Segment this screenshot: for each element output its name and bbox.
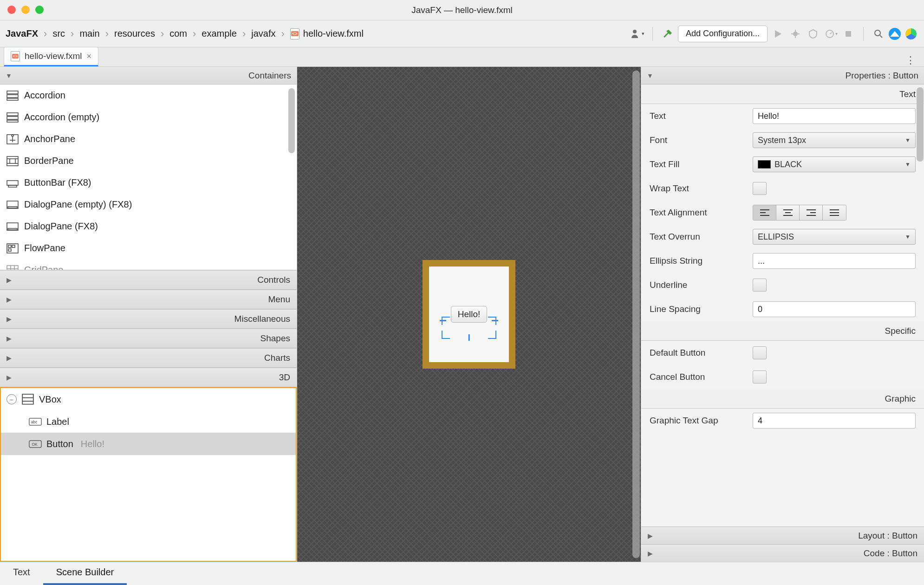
breadcrumb-project[interactable]: JavaFX — [6, 28, 38, 39]
prop-text-alignment: Text Alignment — [641, 201, 924, 225]
svg-rect-24 — [22, 394, 33, 404]
stop-icon[interactable] — [841, 26, 856, 41]
underline-checkbox[interactable] — [753, 279, 767, 292]
wrap-text-checkbox[interactable] — [753, 182, 767, 195]
zoom-window-icon[interactable] — [35, 6, 44, 14]
library-item-dialogpane[interactable]: DialogPane (FX8) — [0, 215, 297, 237]
selection-handle-icon[interactable] — [440, 320, 446, 321]
scrollbar-thumb[interactable] — [288, 88, 295, 153]
design-canvas[interactable]: Hello! — [297, 67, 641, 562]
svg-rect-16 — [8, 207, 17, 208]
selection-handle-icon[interactable] — [469, 334, 470, 341]
3d-section-header[interactable]: ▶3D — [0, 368, 297, 387]
align-right-button[interactable] — [800, 205, 823, 220]
layout-panel-header[interactable]: ▶Layout : Button — [641, 526, 924, 544]
menu-section-header[interactable]: ▶Menu — [0, 290, 297, 309]
breadcrumb-item[interactable]: com — [169, 28, 187, 39]
containers-section-header[interactable]: ▼ Containers — [0, 67, 297, 84]
main-toolbar: JavaFX› src› main› resources› com› examp… — [0, 20, 924, 47]
cancel-button-checkbox[interactable] — [753, 370, 767, 384]
tab-text-mode[interactable]: Text — [0, 561, 43, 585]
line-spacing-input[interactable] — [753, 301, 916, 317]
preview-root: Hello! — [423, 260, 515, 369]
controls-section-header[interactable]: ▶Controls — [0, 270, 297, 290]
run-play-icon[interactable] — [770, 26, 785, 41]
ellipsis-input[interactable] — [753, 253, 916, 269]
align-center-button[interactable] — [776, 205, 800, 220]
ide-logo-icon[interactable] — [904, 26, 918, 41]
text-input[interactable] — [753, 108, 916, 124]
coverage-icon[interactable] — [806, 26, 820, 41]
charts-section-header[interactable]: ▶Charts — [0, 348, 297, 368]
more-tabs-icon[interactable]: ⋮ — [897, 54, 924, 66]
editor-tab[interactable]: <> hello-view.fxml × — [4, 47, 98, 66]
font-dropdown[interactable]: System 13px▼ — [753, 132, 916, 148]
scrollbar-thumb[interactable] — [917, 87, 924, 162]
svg-rect-12 — [7, 156, 18, 166]
close-window-icon[interactable] — [7, 6, 16, 14]
library-item-buttonbar[interactable]: ButtonBar (FX8) — [0, 172, 297, 194]
properties-panel-header[interactable]: ▼ Properties : Button — [641, 67, 924, 84]
breadcrumb-file[interactable]: <>hello-view.fxml — [290, 28, 364, 39]
chevron-down-icon: ▼ — [6, 72, 12, 79]
shapes-section-header[interactable]: ▶Shapes — [0, 329, 297, 348]
library-item-dialogpane-empty[interactable]: DialogPane (empty) (FX8) — [0, 194, 297, 215]
prop-cancel-button: Cancel Button — [641, 365, 924, 389]
search-icon[interactable] — [871, 26, 886, 41]
graphic-gap-input[interactable] — [753, 413, 916, 429]
accordion-icon — [7, 91, 19, 101]
prop-underline: Underline — [641, 273, 924, 297]
user-icon[interactable]: ▾ — [630, 26, 645, 41]
update-icon[interactable] — [889, 28, 901, 40]
tab-scene-builder-mode[interactable]: Scene Builder — [43, 561, 127, 585]
selection-handle-icon[interactable] — [492, 320, 498, 321]
svg-point-1 — [793, 32, 798, 36]
hammer-build-icon[interactable] — [660, 26, 675, 41]
svg-rect-22 — [8, 249, 11, 251]
library-item-gridpane[interactable]: GridPane — [0, 259, 297, 270]
editor-tab-strip: <> hello-view.fxml × ⋮ — [0, 47, 924, 67]
tree-node-vbox[interactable]: – VBox — [1, 388, 296, 410]
align-left-button[interactable] — [753, 205, 776, 220]
profile-icon[interactable]: ▾ — [823, 26, 838, 41]
breadcrumb-item[interactable]: example — [202, 28, 237, 39]
svg-rect-15 — [7, 201, 18, 208]
text-overrun-dropdown[interactable]: ELLIPSIS▼ — [753, 229, 916, 245]
minimize-window-icon[interactable] — [21, 6, 30, 14]
misc-section-header[interactable]: ▶Miscellaneous — [0, 309, 297, 329]
svg-rect-5 — [7, 91, 18, 94]
preview-button[interactable]: Hello! — [451, 306, 488, 323]
code-panel-header[interactable]: ▶Code : Button — [641, 544, 924, 562]
library-item-flowpane[interactable]: FlowPane — [0, 237, 297, 259]
chevron-right-icon: ▶ — [648, 550, 653, 557]
breadcrumb-item[interactable]: main — [79, 28, 99, 39]
fxml-file-icon: <> — [11, 51, 20, 61]
breadcrumb-item[interactable]: resources — [114, 28, 155, 39]
svg-rect-17 — [7, 223, 18, 230]
tree-node-button[interactable]: OK Button Hello! — [1, 433, 296, 455]
selection-handle-icon[interactable] — [442, 331, 450, 339]
prop-text: Text — [641, 104, 924, 128]
collapse-icon[interactable]: – — [7, 394, 17, 404]
preview-vbox[interactable]: Hello! — [429, 266, 509, 362]
breadcrumb-item[interactable]: src — [52, 28, 65, 39]
prop-line-spacing: Line Spacing — [641, 297, 924, 321]
close-tab-icon[interactable]: × — [87, 52, 92, 61]
library-item-accordion-empty[interactable]: Accordion (empty) — [0, 106, 297, 128]
library-item-anchorpane[interactable]: AnchorPane — [0, 128, 297, 150]
chevron-right-icon: ▶ — [7, 335, 12, 342]
hierarchy-tree: – VBox abc Label OK Button Hello! — [0, 387, 297, 562]
canvas-scrollbar[interactable] — [632, 71, 640, 558]
selection-handle-icon[interactable] — [488, 331, 496, 339]
flowpane-icon — [7, 243, 19, 254]
breadcrumb-item[interactable]: javafx — [251, 28, 275, 39]
default-button-checkbox[interactable] — [753, 346, 767, 359]
debug-bug-icon[interactable] — [788, 26, 803, 41]
tree-node-label[interactable]: abc Label — [1, 410, 296, 433]
library-item-accordion[interactable]: Accordion — [0, 84, 297, 106]
text-fill-dropdown[interactable]: BLACK▼ — [753, 156, 916, 172]
library-item-borderpane[interactable]: BorderPane — [0, 150, 297, 172]
align-justify-button[interactable] — [823, 205, 846, 220]
run-configuration-button[interactable]: Add Configuration... — [678, 26, 768, 42]
library-panel: ▼ Containers Accordion Accordion (empty)… — [0, 67, 297, 562]
